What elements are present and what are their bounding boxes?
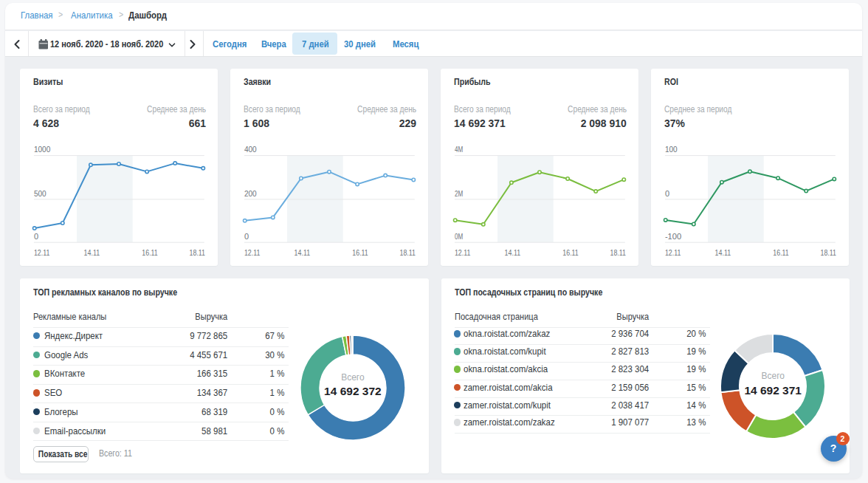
svg-text:0M: 0M (455, 232, 463, 241)
svg-text:200: 200 (244, 189, 257, 198)
svg-text:12.11: 12.11 (455, 248, 471, 257)
svg-text:18.11: 18.11 (610, 248, 627, 257)
svg-text:16.11: 16.11 (352, 248, 368, 257)
svg-text:0: 0 (244, 232, 249, 241)
svg-text:100: 100 (665, 145, 678, 154)
svg-text:16.11: 16.11 (773, 248, 789, 257)
svg-text:2M: 2M (455, 189, 463, 198)
svg-text:400: 400 (244, 145, 257, 154)
svg-text:14.11: 14.11 (84, 248, 100, 257)
svg-text:-100: -100 (665, 232, 681, 241)
svg-text:14.11: 14.11 (294, 248, 311, 257)
svg-text:0: 0 (34, 232, 38, 241)
svg-text:12.11: 12.11 (34, 248, 50, 257)
svg-text:12.11: 12.11 (665, 248, 681, 257)
svg-text:14.11: 14.11 (505, 248, 521, 257)
svg-text:500: 500 (34, 189, 46, 198)
svg-text:14.11: 14.11 (715, 248, 731, 257)
svg-text:18.11: 18.11 (400, 248, 416, 257)
svg-text:16.11: 16.11 (562, 248, 579, 257)
svg-text:1000: 1000 (34, 145, 50, 154)
svg-text:18.11: 18.11 (190, 248, 206, 257)
svg-text:12.11: 12.11 (244, 248, 261, 257)
svg-text:4M: 4M (455, 145, 463, 154)
svg-text:0: 0 (665, 189, 669, 198)
svg-text:18.11: 18.11 (821, 248, 837, 257)
svg-text:16.11: 16.11 (142, 248, 158, 257)
